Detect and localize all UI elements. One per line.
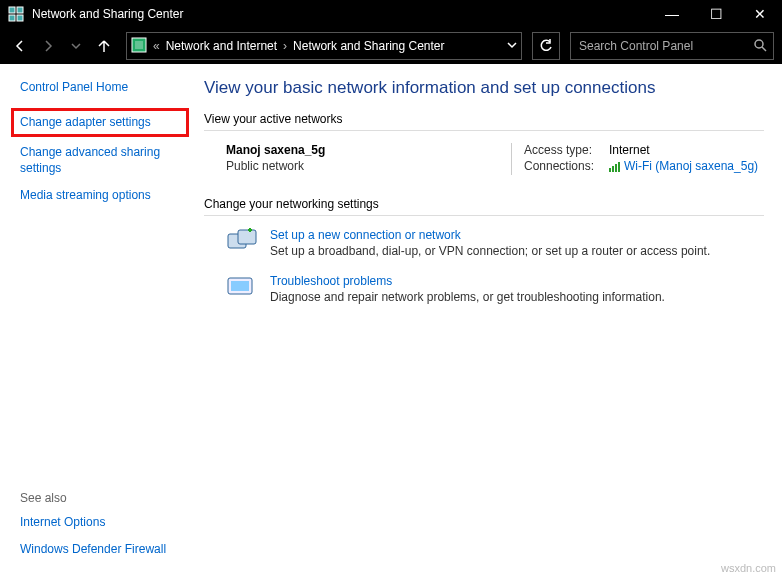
control-panel-icon (131, 37, 147, 56)
divider (204, 130, 764, 131)
back-button[interactable] (8, 34, 32, 58)
breadcrumb-level1[interactable]: Network and Internet (166, 39, 277, 53)
up-button[interactable] (92, 34, 116, 58)
troubleshoot-title: Troubleshoot problems (270, 274, 665, 288)
search-box[interactable] (570, 32, 774, 60)
window-title: Network and Sharing Center (32, 7, 650, 21)
svg-rect-2 (9, 15, 15, 21)
page-heading: View your basic network information and … (204, 78, 764, 98)
svg-rect-3 (17, 15, 23, 21)
title-bar: Network and Sharing Center — ☐ ✕ (0, 0, 782, 28)
maximize-button[interactable]: ☐ (694, 0, 738, 28)
search-input[interactable] (577, 38, 753, 54)
highlight-box: Change adapter settings (11, 108, 189, 138)
main-content: View your basic network information and … (200, 64, 782, 578)
svg-rect-11 (231, 281, 249, 291)
network-name: Manoj saxena_5g (226, 143, 511, 157)
active-networks-label: View your active networks (204, 112, 764, 126)
sidebar: Control Panel Home Change adapter settin… (0, 64, 200, 578)
search-icon[interactable] (753, 38, 767, 55)
svg-line-7 (762, 47, 766, 51)
recent-dropdown[interactable] (64, 34, 88, 58)
svg-point-6 (755, 40, 763, 48)
nav-bar: « Network and Internet › Network and Sha… (0, 28, 782, 64)
app-icon (8, 6, 24, 22)
setup-connection-item[interactable]: Set up a new connection or network Set u… (226, 228, 764, 258)
access-type-label: Access type: (524, 143, 609, 157)
breadcrumb-level2[interactable]: Network and Sharing Center (293, 39, 444, 53)
minimize-button[interactable]: — (650, 0, 694, 28)
sidebar-media-streaming[interactable]: Media streaming options (20, 188, 186, 204)
close-button[interactable]: ✕ (738, 0, 782, 28)
sidebar-advanced-sharing[interactable]: Change advanced sharing settings (20, 145, 186, 176)
refresh-button[interactable] (532, 32, 560, 60)
troubleshoot-desc: Diagnose and repair network problems, or… (270, 290, 665, 304)
wifi-signal-icon (609, 162, 620, 172)
address-bar[interactable]: « Network and Internet › Network and Sha… (126, 32, 522, 60)
connections-label: Connections: (524, 159, 609, 173)
sidebar-home[interactable]: Control Panel Home (20, 80, 186, 96)
access-type-value: Internet (609, 143, 650, 157)
forward-button[interactable] (36, 34, 60, 58)
chevron-right-icon: › (283, 39, 287, 53)
setup-connection-title: Set up a new connection or network (270, 228, 710, 242)
address-dropdown-icon[interactable] (507, 39, 517, 53)
setup-connection-icon (226, 228, 258, 252)
connection-link[interactable]: Wi-Fi (Manoj saxena_5g) (609, 159, 758, 173)
network-type: Public network (226, 159, 511, 173)
svg-rect-1 (17, 7, 23, 13)
troubleshoot-icon (226, 274, 258, 298)
svg-rect-9 (238, 230, 256, 244)
troubleshoot-item[interactable]: Troubleshoot problems Diagnose and repai… (226, 274, 764, 304)
sidebar-internet-options[interactable]: Internet Options (20, 515, 186, 531)
see-also-label: See also (20, 491, 186, 505)
change-settings-label: Change your networking settings (204, 197, 764, 211)
sidebar-change-adapter[interactable]: Change adapter settings (20, 115, 180, 131)
svg-rect-5 (135, 41, 143, 49)
active-network-row: Manoj saxena_5g Public network Access ty… (226, 143, 764, 175)
setup-connection-desc: Set up a broadband, dial-up, or VPN conn… (270, 244, 710, 258)
svg-rect-0 (9, 7, 15, 13)
sidebar-firewall[interactable]: Windows Defender Firewall (20, 542, 186, 558)
breadcrumb-sep-icon: « (153, 39, 160, 53)
connection-name: Wi-Fi (Manoj saxena_5g) (624, 159, 758, 173)
watermark: wsxdn.com (721, 562, 776, 574)
divider (204, 215, 764, 216)
